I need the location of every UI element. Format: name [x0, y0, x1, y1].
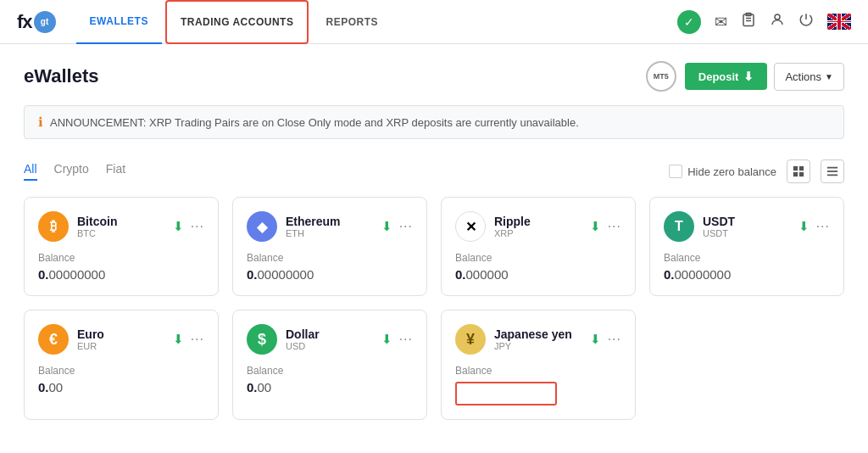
eth-balance-label: Balance	[247, 252, 413, 264]
clipboard-icon[interactable]	[741, 12, 756, 31]
usdt-icon: T	[664, 211, 694, 242]
usd-symbol: USD	[286, 341, 381, 351]
usdt-name: USDT	[703, 215, 798, 228]
btc-balance-label: Balance	[38, 252, 204, 264]
eur-more-icon[interactable]: ···	[191, 332, 204, 347]
filters-row: All Crypto Fiat Hide zero balance	[24, 159, 844, 183]
jpy-name: Japanese yen	[494, 327, 590, 341]
eth-icon: ◆	[247, 211, 277, 242]
deposit-download-icon: ⬇	[743, 70, 754, 83]
announcement-icon: ℹ	[38, 115, 43, 130]
hide-zero-balance[interactable]: Hide zero balance	[669, 165, 776, 178]
xrp-more-icon[interactable]: ···	[608, 219, 621, 234]
wallet-card-jpy: ¥ Japanese yen JPY ⬇ ··· Balance	[441, 310, 636, 420]
jpy-more-icon[interactable]: ···	[608, 332, 621, 347]
filter-tabs: All Crypto Fiat	[24, 162, 669, 181]
xrp-balance-label: Balance	[455, 252, 621, 264]
btc-balance: 0.00000000	[38, 267, 204, 282]
jpy-info: Japanese yen JPY	[494, 327, 590, 351]
svg-rect-6	[799, 166, 804, 171]
user-icon[interactable]	[770, 12, 785, 31]
actions-chevron-icon: ▼	[825, 72, 833, 81]
svg-rect-11	[827, 175, 837, 176]
hide-zero-checkbox[interactable]	[669, 165, 682, 178]
check-status-icon[interactable]: ✓	[677, 10, 701, 34]
usd-balance: 0.00	[247, 380, 413, 394]
svg-rect-10	[827, 171, 837, 172]
nav-reports[interactable]: REPORTS	[312, 0, 392, 44]
page-header: eWallets MT5 Deposit ⬇ Actions ▼	[24, 61, 844, 92]
usdt-symbol: USDT	[703, 228, 798, 238]
list-view-button[interactable]	[821, 159, 844, 183]
actions-button[interactable]: Actions ▼	[774, 63, 844, 91]
filter-all[interactable]: All	[24, 162, 37, 181]
usd-name: Dollar	[286, 327, 381, 341]
usdt-download-icon[interactable]: ⬇	[798, 219, 810, 234]
btc-download-icon[interactable]: ⬇	[173, 219, 184, 234]
jpy-symbol: JPY	[494, 341, 590, 351]
filter-fiat[interactable]: Fiat	[106, 162, 125, 181]
logo-gt: gt	[34, 11, 56, 33]
btc-info: Bitcoin BTC	[77, 215, 173, 238]
jpy-download-icon[interactable]: ⬇	[590, 332, 601, 347]
eur-info: Euro EUR	[77, 327, 173, 351]
svg-point-4	[775, 14, 780, 20]
btc-more-icon[interactable]: ···	[191, 219, 204, 234]
header: fx gt eWALLETS TRADING ACCOUNTS REPORTS …	[0, 0, 868, 44]
xrp-info: Ripple XRP	[494, 215, 590, 238]
usd-icon: $	[247, 324, 277, 355]
announcement-text: ANNOUNCEMENT: XRP Trading Pairs are on C…	[50, 116, 579, 129]
wallet-card-usdt: T USDT USDT ⬇ ··· Balance 0.00000000	[649, 197, 844, 296]
uk-flag-icon[interactable]	[827, 14, 851, 30]
usdt-more-icon[interactable]: ···	[816, 219, 830, 234]
usdt-balance-label: Balance	[664, 252, 830, 264]
logo-fx: fx	[17, 11, 32, 33]
mail-icon[interactable]: ✉	[715, 13, 727, 31]
deposit-button[interactable]: Deposit ⬇	[685, 63, 768, 90]
wallet-card-btc: ₿ Bitcoin BTC ⬇ ··· Balance 0.00000000	[24, 197, 219, 296]
nav-trading-accounts[interactable]: TRADING ACCOUNTS	[165, 0, 309, 44]
wallets-grid: ₿ Bitcoin BTC ⬇ ··· Balance 0.00000000 ◆…	[24, 197, 844, 420]
eur-name: Euro	[77, 327, 173, 341]
xrp-symbol: XRP	[494, 228, 590, 238]
jpy-balance-red-box	[455, 382, 557, 405]
power-icon[interactable]	[798, 12, 814, 31]
mt5-badge: MT5	[646, 61, 676, 92]
usdt-info: USDT USDT	[703, 215, 798, 238]
jpy-icon: ¥	[455, 324, 486, 355]
page-title: eWallets	[24, 65, 646, 87]
eth-symbol: ETH	[286, 228, 381, 238]
main-nav: eWALLETS TRADING ACCOUNTS REPORTS	[76, 0, 392, 44]
wallet-card-xrp: ✕ Ripple XRP ⬇ ··· Balance 0.000000	[441, 197, 636, 296]
eur-symbol: EUR	[77, 341, 173, 351]
wallet-card-eth: ◆ Ethereum ETH ⬇ ··· Balance 0.00000000	[232, 197, 427, 296]
logo[interactable]: fx gt	[17, 11, 56, 33]
filter-crypto[interactable]: Crypto	[54, 162, 89, 181]
xrp-download-icon[interactable]: ⬇	[590, 219, 601, 234]
usd-download-icon[interactable]: ⬇	[381, 332, 392, 347]
eth-balance: 0.00000000	[247, 267, 413, 282]
filter-right: Hide zero balance	[669, 159, 844, 183]
xrp-balance: 0.000000	[455, 267, 621, 282]
usd-balance-label: Balance	[247, 365, 413, 377]
btc-icon: ₿	[38, 211, 69, 242]
eur-download-icon[interactable]: ⬇	[173, 332, 184, 347]
page-content: eWallets MT5 Deposit ⬇ Actions ▼ ℹ ANNOU…	[0, 44, 868, 437]
eur-balance: 0.00	[38, 380, 204, 394]
eth-info: Ethereum ETH	[286, 215, 381, 238]
xrp-name: Ripple	[494, 215, 590, 228]
announcement-bar: ℹ ANNOUNCEMENT: XRP Trading Pairs are on…	[24, 105, 844, 139]
svg-rect-9	[827, 167, 837, 169]
eth-download-icon[interactable]: ⬇	[381, 219, 392, 234]
btc-symbol: BTC	[77, 228, 173, 238]
grid-view-button[interactable]	[787, 159, 810, 183]
usd-more-icon[interactable]: ···	[399, 332, 413, 347]
usd-info: Dollar USD	[286, 327, 381, 351]
eth-more-icon[interactable]: ···	[399, 219, 413, 234]
jpy-balance-label: Balance	[455, 365, 621, 377]
header-right: ✓ ✉	[677, 10, 851, 34]
eth-name: Ethereum	[286, 215, 381, 228]
nav-ewallets[interactable]: eWALLETS	[76, 0, 162, 44]
svg-rect-7	[793, 172, 798, 176]
btc-name: Bitcoin	[77, 215, 173, 228]
